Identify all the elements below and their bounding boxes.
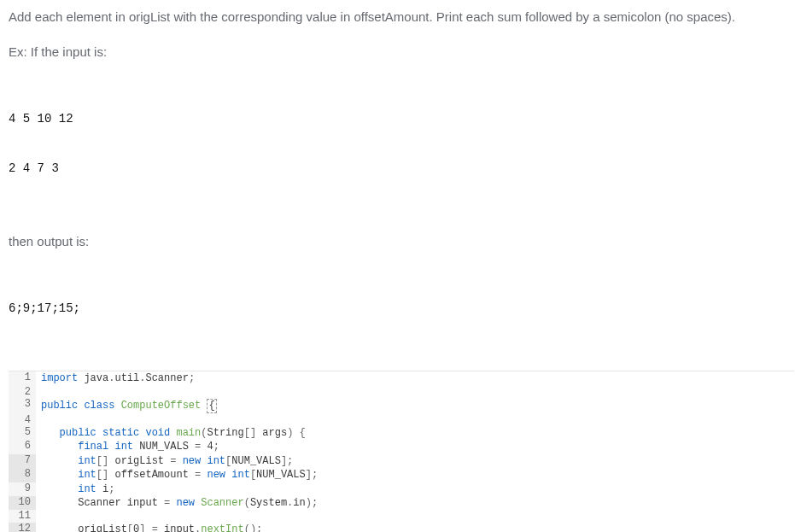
matching-brace-highlight: {: [207, 399, 216, 412]
code-source[interactable]: int[] origList = new int[NUM_VALS];: [36, 454, 319, 468]
line-number: 4: [9, 414, 36, 426]
line-number: 5: [9, 426, 36, 440]
instruction-text: Add each element in origList with the co…: [9, 7, 786, 26]
then-label: then output is:: [9, 231, 786, 251]
code-line[interactable]: 12 origList[0] = input.nextInt();: [9, 523, 319, 532]
example-input: 4 5 10 12 2 4 7 3: [9, 78, 786, 212]
line-number: 3: [9, 398, 36, 413]
line-number: 12: [9, 523, 36, 532]
line-number: 11: [9, 510, 36, 522]
code-source[interactable]: int i;: [36, 482, 319, 496]
example-label: Ex: If the input is:: [9, 42, 786, 61]
line-number: 6: [9, 440, 36, 453]
code-line[interactable]: 3public class ComputeOffset {: [9, 398, 319, 413]
code-line[interactable]: 5 public static void main(String[] args)…: [9, 426, 319, 440]
code-source[interactable]: origList[0] = input.nextInt();: [36, 523, 319, 532]
input-line: 2 4 7 3: [9, 161, 786, 178]
line-number: 8: [9, 468, 36, 482]
code-source[interactable]: public static void main(String[] args) {: [36, 426, 319, 440]
code-source[interactable]: Scanner input = new Scanner(System.in);: [36, 496, 319, 510]
code-source[interactable]: [36, 386, 319, 398]
code-line[interactable]: 11: [9, 510, 319, 522]
code-source[interactable]: import java.util.Scanner;: [36, 371, 319, 385]
line-number: 7: [9, 454, 36, 468]
code-line[interactable]: 1import java.util.Scanner;: [9, 371, 319, 385]
code-line[interactable]: 2: [9, 386, 319, 398]
output-line: 6;9;17;15;: [9, 301, 786, 318]
code-line[interactable]: 10 Scanner input = new Scanner(System.in…: [9, 496, 319, 510]
input-line: 4 5 10 12: [9, 111, 786, 128]
code-line[interactable]: 7 int[] origList = new int[NUM_VALS];: [9, 454, 319, 468]
line-number: 10: [9, 496, 36, 510]
code-source[interactable]: public class ComputeOffset {: [36, 398, 319, 413]
line-number: 1: [9, 371, 36, 385]
code-editor[interactable]: 1import java.util.Scanner;23public class…: [9, 371, 794, 532]
line-number: 2: [9, 386, 36, 398]
code-source[interactable]: int[] offsetAmount = new int[NUM_VALS];: [36, 468, 319, 482]
code-source[interactable]: [36, 510, 319, 522]
code-line[interactable]: 6 final int NUM_VALS = 4;: [9, 440, 319, 453]
code-line[interactable]: 4: [9, 414, 319, 426]
code-source[interactable]: [36, 414, 319, 426]
code-line[interactable]: 9 int i;: [9, 482, 319, 496]
code-line[interactable]: 8 int[] offsetAmount = new int[NUM_VALS]…: [9, 468, 319, 482]
code-source[interactable]: final int NUM_VALS = 4;: [36, 440, 319, 453]
example-output: 6;9;17;15;: [9, 267, 786, 351]
line-number: 9: [9, 482, 36, 496]
